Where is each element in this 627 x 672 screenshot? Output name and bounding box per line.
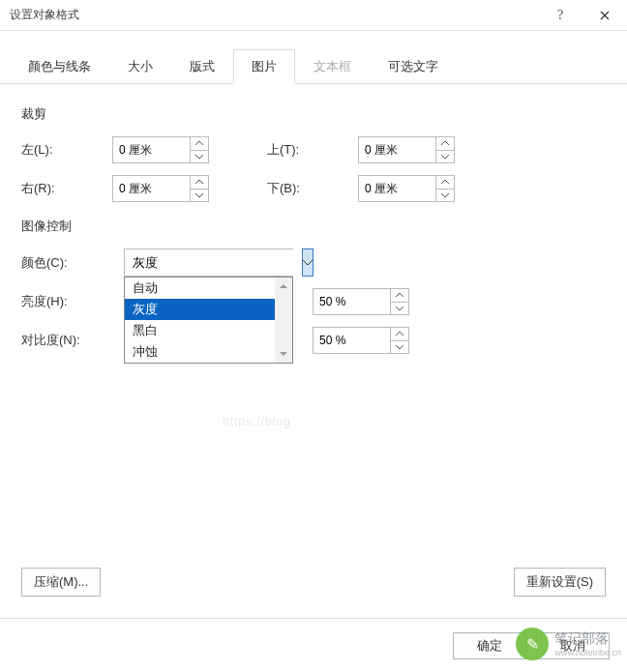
crop-top-spinner[interactable] [358, 136, 455, 163]
color-combo[interactable]: 自动 灰度 黑白 冲蚀 [124, 248, 293, 277]
crop-row-top: 左(L): 上(T): [21, 136, 606, 163]
chevron-down-icon [195, 192, 203, 198]
chevron-up-icon [441, 140, 449, 146]
tab-alt-text[interactable]: 可选文字 [370, 49, 457, 84]
crop-bottom-down[interactable] [435, 190, 455, 203]
crop-right-up[interactable] [190, 175, 209, 190]
color-dropdown-button[interactable] [302, 248, 314, 277]
crop-left-down[interactable] [190, 151, 209, 164]
picture-panel: 裁剪 左(L): 上(T): 右(R): [0, 84, 627, 383]
color-option-auto[interactable]: 自动 [125, 278, 292, 299]
chevron-up-icon [195, 140, 203, 146]
contrast-down[interactable] [390, 341, 409, 355]
compress-button[interactable]: 压缩(M)... [21, 568, 101, 597]
crop-bottom-input[interactable] [358, 175, 435, 202]
brightness-row: 亮度(H): [21, 288, 606, 315]
crop-top-label: 上(T): [267, 141, 358, 159]
close-icon [600, 11, 610, 20]
color-option-bw[interactable]: 黑白 [125, 320, 292, 341]
close-button[interactable] [582, 0, 627, 31]
tab-textbox: 文本框 [295, 49, 370, 84]
crop-right-label: 右(R): [21, 180, 112, 197]
crop-left-spinner[interactable] [112, 136, 209, 163]
brightness-spinner[interactable] [313, 288, 409, 315]
panel-button-row: 压缩(M)... 重新设置(S) [21, 568, 606, 597]
chevron-up-icon [195, 179, 203, 185]
crop-bottom-up[interactable] [435, 175, 455, 190]
window-title: 设置对象格式 [10, 7, 79, 23]
chevron-up-icon [396, 331, 403, 336]
chevron-up-icon [441, 179, 449, 185]
chevron-down-icon [396, 306, 403, 311]
brightness-down[interactable] [390, 303, 409, 316]
tab-colors-lines[interactable]: 颜色与线条 [10, 49, 109, 84]
reset-button[interactable]: 重新设置(S) [514, 568, 606, 597]
crop-top-up[interactable] [435, 136, 455, 151]
chevron-down-icon [280, 351, 287, 357]
crop-right-down[interactable] [190, 190, 209, 203]
color-dropdown-list[interactable]: 自动 灰度 黑白 冲蚀 [124, 277, 293, 364]
brightness-up[interactable] [390, 288, 409, 303]
chevron-down-icon [303, 260, 313, 266]
contrast-input[interactable] [313, 327, 390, 354]
scroll-track[interactable] [275, 295, 292, 345]
contrast-up[interactable] [390, 327, 409, 341]
watermark-faint: https://blog [223, 415, 291, 428]
color-option-grayscale[interactable]: 灰度 [125, 299, 292, 320]
chevron-down-icon [396, 344, 403, 350]
tab-picture[interactable]: 图片 [233, 49, 295, 84]
chevron-up-icon [396, 292, 403, 298]
chevron-down-icon [441, 154, 449, 160]
crop-right-input[interactable] [112, 175, 190, 202]
crop-bottom-label: 下(B): [267, 180, 358, 197]
scroll-up[interactable] [275, 278, 292, 295]
watermark: ✎ 笔记部落 www.notetribe.cn [516, 628, 621, 660]
crop-row-bottom: 右(R): 下(B): [21, 175, 606, 202]
color-input[interactable] [125, 249, 303, 276]
color-row: 颜色(C): 自动 灰度 黑白 冲蚀 [21, 248, 606, 277]
crop-right-spinner[interactable] [112, 175, 209, 202]
brightness-label: 亮度(H): [21, 293, 124, 310]
title-bar: 设置对象格式 ? [0, 0, 627, 31]
crop-left-label: 左(L): [21, 141, 112, 159]
watermark-text: 笔记部落 www.notetribe.cn [554, 630, 621, 657]
help-button[interactable]: ? [538, 0, 582, 31]
contrast-label: 对比度(N): [21, 332, 124, 349]
contrast-spinner[interactable] [313, 327, 409, 354]
crop-section-title: 裁剪 [21, 105, 606, 123]
tab-bar: 颜色与线条 大小 版式 图片 文本框 可选文字 [0, 31, 627, 84]
window-buttons: ? [538, 0, 627, 31]
brightness-input[interactable] [313, 288, 390, 315]
watermark-logo-icon: ✎ [516, 628, 549, 660]
tab-layout[interactable]: 版式 [171, 49, 233, 84]
scroll-down[interactable] [275, 345, 292, 363]
crop-bottom-spinner[interactable] [358, 175, 455, 202]
crop-top-input[interactable] [358, 136, 435, 163]
chevron-down-icon [441, 192, 449, 198]
dropdown-scrollbar[interactable] [275, 278, 292, 363]
tab-size[interactable]: 大小 [109, 49, 171, 84]
color-option-washout[interactable]: 冲蚀 [125, 341, 292, 363]
contrast-row: 对比度(N): [21, 327, 606, 354]
chevron-down-icon [195, 154, 203, 160]
image-control-title: 图像控制 [21, 218, 606, 235]
chevron-up-icon [280, 283, 287, 289]
crop-left-input[interactable] [112, 136, 190, 163]
color-label: 颜色(C): [21, 254, 124, 272]
crop-top-down[interactable] [435, 151, 455, 164]
crop-left-up[interactable] [190, 136, 209, 151]
